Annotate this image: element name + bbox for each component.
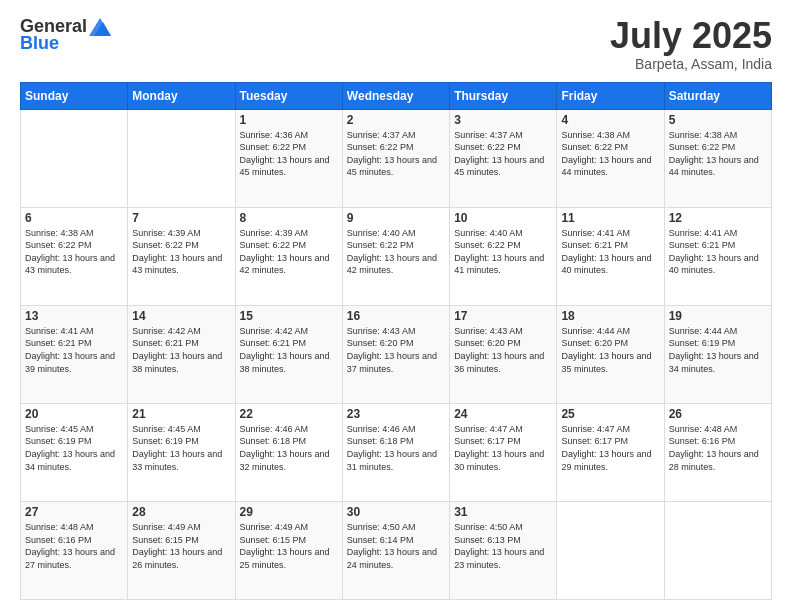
day-of-week-header: Monday xyxy=(128,82,235,109)
day-number: 15 xyxy=(240,309,338,323)
calendar-day-cell: 25Sunrise: 4:47 AM Sunset: 6:17 PM Dayli… xyxy=(557,403,664,501)
day-number: 3 xyxy=(454,113,552,127)
day-info: Sunrise: 4:46 AM Sunset: 6:18 PM Dayligh… xyxy=(240,423,338,473)
day-of-week-header: Sunday xyxy=(21,82,128,109)
calendar-table: SundayMondayTuesdayWednesdayThursdayFrid… xyxy=(20,82,772,600)
day-of-week-header: Friday xyxy=(557,82,664,109)
calendar-day-cell: 7Sunrise: 4:39 AM Sunset: 6:22 PM Daylig… xyxy=(128,207,235,305)
calendar-day-cell: 6Sunrise: 4:38 AM Sunset: 6:22 PM Daylig… xyxy=(21,207,128,305)
calendar-day-cell: 1Sunrise: 4:36 AM Sunset: 6:22 PM Daylig… xyxy=(235,109,342,207)
day-number: 30 xyxy=(347,505,445,519)
day-number: 12 xyxy=(669,211,767,225)
calendar-day-cell: 24Sunrise: 4:47 AM Sunset: 6:17 PM Dayli… xyxy=(450,403,557,501)
day-info: Sunrise: 4:44 AM Sunset: 6:20 PM Dayligh… xyxy=(561,325,659,375)
calendar-day-cell: 4Sunrise: 4:38 AM Sunset: 6:22 PM Daylig… xyxy=(557,109,664,207)
calendar-day-cell: 3Sunrise: 4:37 AM Sunset: 6:22 PM Daylig… xyxy=(450,109,557,207)
calendar-day-cell: 2Sunrise: 4:37 AM Sunset: 6:22 PM Daylig… xyxy=(342,109,449,207)
day-info: Sunrise: 4:43 AM Sunset: 6:20 PM Dayligh… xyxy=(454,325,552,375)
calendar-day-cell: 11Sunrise: 4:41 AM Sunset: 6:21 PM Dayli… xyxy=(557,207,664,305)
day-number: 25 xyxy=(561,407,659,421)
calendar-day-cell xyxy=(21,109,128,207)
day-number: 18 xyxy=(561,309,659,323)
calendar-day-cell xyxy=(557,501,664,599)
calendar-day-cell: 27Sunrise: 4:48 AM Sunset: 6:16 PM Dayli… xyxy=(21,501,128,599)
day-info: Sunrise: 4:38 AM Sunset: 6:22 PM Dayligh… xyxy=(561,129,659,179)
day-number: 24 xyxy=(454,407,552,421)
day-number: 27 xyxy=(25,505,123,519)
day-info: Sunrise: 4:48 AM Sunset: 6:16 PM Dayligh… xyxy=(669,423,767,473)
day-info: Sunrise: 4:47 AM Sunset: 6:17 PM Dayligh… xyxy=(454,423,552,473)
day-number: 9 xyxy=(347,211,445,225)
location: Barpeta, Assam, India xyxy=(610,56,772,72)
calendar-day-cell: 30Sunrise: 4:50 AM Sunset: 6:14 PM Dayli… xyxy=(342,501,449,599)
day-number: 28 xyxy=(132,505,230,519)
calendar-day-cell: 8Sunrise: 4:39 AM Sunset: 6:22 PM Daylig… xyxy=(235,207,342,305)
day-info: Sunrise: 4:45 AM Sunset: 6:19 PM Dayligh… xyxy=(132,423,230,473)
header-right: July 2025 Barpeta, Assam, India xyxy=(610,16,772,72)
day-info: Sunrise: 4:40 AM Sunset: 6:22 PM Dayligh… xyxy=(454,227,552,277)
calendar-week-row: 6Sunrise: 4:38 AM Sunset: 6:22 PM Daylig… xyxy=(21,207,772,305)
day-number: 23 xyxy=(347,407,445,421)
day-number: 14 xyxy=(132,309,230,323)
calendar-day-cell xyxy=(664,501,771,599)
calendar-day-cell: 9Sunrise: 4:40 AM Sunset: 6:22 PM Daylig… xyxy=(342,207,449,305)
day-info: Sunrise: 4:43 AM Sunset: 6:20 PM Dayligh… xyxy=(347,325,445,375)
calendar-day-cell: 26Sunrise: 4:48 AM Sunset: 6:16 PM Dayli… xyxy=(664,403,771,501)
calendar-day-cell: 5Sunrise: 4:38 AM Sunset: 6:22 PM Daylig… xyxy=(664,109,771,207)
logo: General Blue xyxy=(20,16,111,54)
calendar-day-cell: 12Sunrise: 4:41 AM Sunset: 6:21 PM Dayli… xyxy=(664,207,771,305)
day-info: Sunrise: 4:41 AM Sunset: 6:21 PM Dayligh… xyxy=(561,227,659,277)
day-number: 1 xyxy=(240,113,338,127)
day-number: 22 xyxy=(240,407,338,421)
calendar-day-cell: 31Sunrise: 4:50 AM Sunset: 6:13 PM Dayli… xyxy=(450,501,557,599)
calendar-day-cell: 15Sunrise: 4:42 AM Sunset: 6:21 PM Dayli… xyxy=(235,305,342,403)
day-of-week-header: Saturday xyxy=(664,82,771,109)
day-number: 8 xyxy=(240,211,338,225)
day-info: Sunrise: 4:50 AM Sunset: 6:14 PM Dayligh… xyxy=(347,521,445,571)
day-info: Sunrise: 4:42 AM Sunset: 6:21 PM Dayligh… xyxy=(240,325,338,375)
day-info: Sunrise: 4:48 AM Sunset: 6:16 PM Dayligh… xyxy=(25,521,123,571)
calendar-day-cell: 28Sunrise: 4:49 AM Sunset: 6:15 PM Dayli… xyxy=(128,501,235,599)
day-number: 31 xyxy=(454,505,552,519)
day-number: 29 xyxy=(240,505,338,519)
calendar-header-row: SundayMondayTuesdayWednesdayThursdayFrid… xyxy=(21,82,772,109)
day-info: Sunrise: 4:47 AM Sunset: 6:17 PM Dayligh… xyxy=(561,423,659,473)
day-of-week-header: Wednesday xyxy=(342,82,449,109)
day-info: Sunrise: 4:40 AM Sunset: 6:22 PM Dayligh… xyxy=(347,227,445,277)
day-info: Sunrise: 4:41 AM Sunset: 6:21 PM Dayligh… xyxy=(669,227,767,277)
day-number: 13 xyxy=(25,309,123,323)
day-info: Sunrise: 4:45 AM Sunset: 6:19 PM Dayligh… xyxy=(25,423,123,473)
calendar-day-cell: 14Sunrise: 4:42 AM Sunset: 6:21 PM Dayli… xyxy=(128,305,235,403)
day-number: 6 xyxy=(25,211,123,225)
day-of-week-header: Thursday xyxy=(450,82,557,109)
day-info: Sunrise: 4:39 AM Sunset: 6:22 PM Dayligh… xyxy=(132,227,230,277)
calendar-week-row: 27Sunrise: 4:48 AM Sunset: 6:16 PM Dayli… xyxy=(21,501,772,599)
day-number: 21 xyxy=(132,407,230,421)
day-number: 26 xyxy=(669,407,767,421)
day-info: Sunrise: 4:39 AM Sunset: 6:22 PM Dayligh… xyxy=(240,227,338,277)
day-info: Sunrise: 4:46 AM Sunset: 6:18 PM Dayligh… xyxy=(347,423,445,473)
calendar-day-cell: 21Sunrise: 4:45 AM Sunset: 6:19 PM Dayli… xyxy=(128,403,235,501)
calendar-day-cell: 22Sunrise: 4:46 AM Sunset: 6:18 PM Dayli… xyxy=(235,403,342,501)
calendar-day-cell: 13Sunrise: 4:41 AM Sunset: 6:21 PM Dayli… xyxy=(21,305,128,403)
day-number: 5 xyxy=(669,113,767,127)
calendar-day-cell: 23Sunrise: 4:46 AM Sunset: 6:18 PM Dayli… xyxy=(342,403,449,501)
day-info: Sunrise: 4:50 AM Sunset: 6:13 PM Dayligh… xyxy=(454,521,552,571)
calendar-day-cell: 29Sunrise: 4:49 AM Sunset: 6:15 PM Dayli… xyxy=(235,501,342,599)
page: General Blue July 2025 Barpeta, Assam, I… xyxy=(0,0,792,612)
calendar-day-cell: 20Sunrise: 4:45 AM Sunset: 6:19 PM Dayli… xyxy=(21,403,128,501)
day-number: 19 xyxy=(669,309,767,323)
calendar-week-row: 13Sunrise: 4:41 AM Sunset: 6:21 PM Dayli… xyxy=(21,305,772,403)
day-number: 16 xyxy=(347,309,445,323)
day-info: Sunrise: 4:37 AM Sunset: 6:22 PM Dayligh… xyxy=(454,129,552,179)
logo-icon xyxy=(89,18,111,36)
day-info: Sunrise: 4:37 AM Sunset: 6:22 PM Dayligh… xyxy=(347,129,445,179)
day-number: 11 xyxy=(561,211,659,225)
calendar-week-row: 1Sunrise: 4:36 AM Sunset: 6:22 PM Daylig… xyxy=(21,109,772,207)
day-number: 4 xyxy=(561,113,659,127)
day-info: Sunrise: 4:36 AM Sunset: 6:22 PM Dayligh… xyxy=(240,129,338,179)
month-title: July 2025 xyxy=(610,16,772,56)
day-of-week-header: Tuesday xyxy=(235,82,342,109)
calendar-week-row: 20Sunrise: 4:45 AM Sunset: 6:19 PM Dayli… xyxy=(21,403,772,501)
day-number: 20 xyxy=(25,407,123,421)
